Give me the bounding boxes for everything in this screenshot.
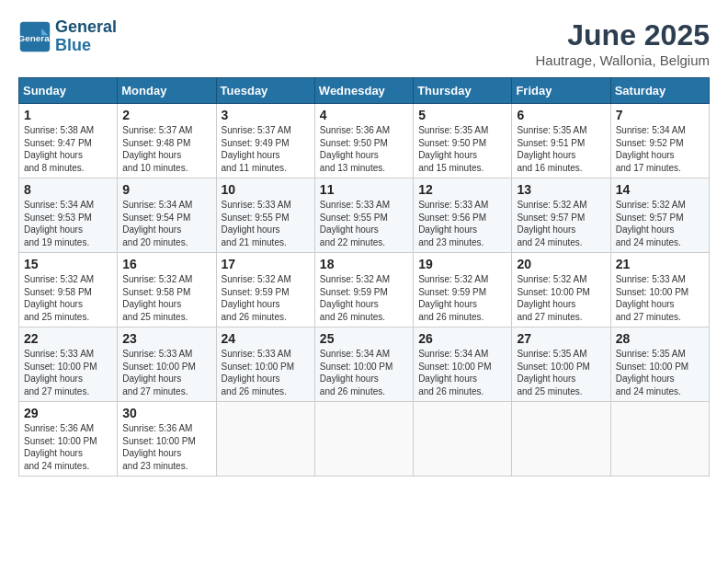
day-info: Sunrise: 5:32 AM Sunset: 9:59 PM Dayligh…	[320, 273, 408, 323]
empty-cell	[314, 402, 413, 477]
day-number: 10	[222, 182, 310, 197]
table-row: 10 Sunrise: 5:33 AM Sunset: 9:55 PM Dayl…	[216, 178, 314, 253]
table-row: 26 Sunrise: 5:34 AM Sunset: 10:00 PM Day…	[414, 327, 512, 402]
table-row: 13 Sunrise: 5:32 AM Sunset: 9:57 PM Dayl…	[512, 178, 610, 253]
day-info: Sunrise: 5:34 AM Sunset: 9:52 PM Dayligh…	[616, 124, 704, 174]
table-row: 1 Sunrise: 5:38 AM Sunset: 9:47 PM Dayli…	[19, 104, 118, 178]
day-info: Sunrise: 5:35 AM Sunset: 9:50 PM Dayligh…	[418, 124, 506, 174]
day-info: Sunrise: 5:35 AM Sunset: 9:51 PM Dayligh…	[517, 124, 605, 174]
col-thursday: Thursday	[414, 78, 512, 104]
day-number: 4	[320, 108, 408, 122]
day-info: Sunrise: 5:37 AM Sunset: 9:49 PM Dayligh…	[222, 124, 310, 174]
day-number: 29	[24, 406, 112, 420]
day-info: Sunrise: 5:36 AM Sunset: 10:00 PM Daylig…	[122, 422, 210, 472]
day-info: Sunrise: 5:33 AM Sunset: 9:56 PM Dayligh…	[418, 199, 506, 248]
day-info: Sunrise: 5:33 AM Sunset: 10:00 PM Daylig…	[616, 273, 704, 323]
day-info: Sunrise: 5:32 AM Sunset: 9:57 PM Dayligh…	[616, 199, 704, 248]
table-row: 22 Sunrise: 5:33 AM Sunset: 10:00 PM Day…	[19, 327, 118, 402]
empty-cell	[216, 402, 314, 477]
table-row: 9 Sunrise: 5:34 AM Sunset: 9:54 PM Dayli…	[118, 178, 216, 253]
day-number: 9	[122, 182, 210, 197]
table-row: 15 Sunrise: 5:32 AM Sunset: 9:58 PM Dayl…	[19, 253, 118, 327]
day-number: 30	[122, 406, 210, 420]
day-info: Sunrise: 5:32 AM Sunset: 9:59 PM Dayligh…	[222, 273, 310, 323]
day-number: 17	[222, 257, 310, 271]
empty-cell	[512, 402, 610, 477]
day-info: Sunrise: 5:32 AM Sunset: 9:58 PM Dayligh…	[24, 273, 112, 323]
day-number: 26	[418, 331, 506, 346]
table-row: 2 Sunrise: 5:37 AM Sunset: 9:48 PM Dayli…	[118, 104, 216, 178]
day-info: Sunrise: 5:33 AM Sunset: 9:55 PM Dayligh…	[320, 199, 408, 248]
col-wednesday: Wednesday	[314, 78, 413, 104]
calendar-week-3: 15 Sunrise: 5:32 AM Sunset: 9:58 PM Dayl…	[19, 253, 710, 327]
logo: General General Blue	[18, 18, 117, 55]
day-number: 23	[122, 331, 210, 346]
day-info: Sunrise: 5:34 AM Sunset: 9:54 PM Dayligh…	[122, 199, 210, 248]
day-info: Sunrise: 5:34 AM Sunset: 9:53 PM Dayligh…	[24, 199, 112, 248]
page-header: General General Blue June 2025 Hautrage,…	[18, 18, 710, 68]
table-row: 28 Sunrise: 5:35 AM Sunset: 10:00 PM Day…	[610, 327, 709, 402]
day-number: 24	[222, 331, 310, 346]
table-row: 3 Sunrise: 5:37 AM Sunset: 9:49 PM Dayli…	[216, 104, 314, 178]
day-number: 14	[616, 182, 704, 197]
day-info: Sunrise: 5:37 AM Sunset: 9:48 PM Dayligh…	[122, 124, 210, 174]
title-area: June 2025 Hautrage, Wallonia, Belgium	[535, 18, 710, 68]
day-info: Sunrise: 5:35 AM Sunset: 10:00 PM Daylig…	[616, 348, 704, 397]
table-row: 16 Sunrise: 5:32 AM Sunset: 9:58 PM Dayl…	[118, 253, 216, 327]
table-row: 12 Sunrise: 5:33 AM Sunset: 9:56 PM Dayl…	[414, 178, 512, 253]
day-number: 15	[24, 257, 112, 271]
day-info: Sunrise: 5:35 AM Sunset: 10:00 PM Daylig…	[517, 348, 605, 397]
logo-text2: Blue	[55, 37, 117, 55]
day-info: Sunrise: 5:34 AM Sunset: 10:00 PM Daylig…	[320, 348, 408, 397]
day-info: Sunrise: 5:32 AM Sunset: 10:00 PM Daylig…	[517, 273, 605, 323]
day-number: 19	[418, 257, 506, 271]
table-row: 7 Sunrise: 5:34 AM Sunset: 9:52 PM Dayli…	[610, 104, 709, 178]
day-number: 20	[517, 257, 605, 271]
table-row: 23 Sunrise: 5:33 AM Sunset: 10:00 PM Day…	[118, 327, 216, 402]
day-info: Sunrise: 5:33 AM Sunset: 10:00 PM Daylig…	[24, 348, 112, 397]
logo-icon: General	[18, 20, 51, 53]
day-number: 27	[517, 331, 605, 346]
day-info: Sunrise: 5:33 AM Sunset: 9:55 PM Dayligh…	[222, 199, 310, 248]
day-number: 22	[24, 331, 112, 346]
calendar-body: 1 Sunrise: 5:38 AM Sunset: 9:47 PM Dayli…	[19, 104, 710, 477]
day-info: Sunrise: 5:32 AM Sunset: 9:59 PM Dayligh…	[418, 273, 506, 323]
day-info: Sunrise: 5:33 AM Sunset: 10:00 PM Daylig…	[222, 348, 310, 397]
table-row: 29 Sunrise: 5:36 AM Sunset: 10:00 PM Day…	[19, 402, 118, 477]
day-number: 2	[122, 108, 210, 122]
table-row: 6 Sunrise: 5:35 AM Sunset: 9:51 PM Dayli…	[512, 104, 610, 178]
col-sunday: Sunday	[19, 78, 118, 104]
col-monday: Monday	[118, 78, 216, 104]
calendar-week-4: 22 Sunrise: 5:33 AM Sunset: 10:00 PM Day…	[19, 327, 710, 402]
day-info: Sunrise: 5:38 AM Sunset: 9:47 PM Dayligh…	[24, 124, 112, 174]
day-info: Sunrise: 5:34 AM Sunset: 10:00 PM Daylig…	[418, 348, 506, 397]
table-row: 27 Sunrise: 5:35 AM Sunset: 10:00 PM Day…	[512, 327, 610, 402]
calendar-week-5: 29 Sunrise: 5:36 AM Sunset: 10:00 PM Day…	[19, 402, 710, 477]
day-number: 6	[517, 108, 605, 122]
table-row: 8 Sunrise: 5:34 AM Sunset: 9:53 PM Dayli…	[19, 178, 118, 253]
table-row: 20 Sunrise: 5:32 AM Sunset: 10:00 PM Day…	[512, 253, 610, 327]
day-info: Sunrise: 5:36 AM Sunset: 9:50 PM Dayligh…	[320, 124, 408, 174]
day-number: 13	[517, 182, 605, 197]
day-info: Sunrise: 5:32 AM Sunset: 9:58 PM Dayligh…	[122, 273, 210, 323]
table-row: 18 Sunrise: 5:32 AM Sunset: 9:59 PM Dayl…	[314, 253, 413, 327]
table-row: 21 Sunrise: 5:33 AM Sunset: 10:00 PM Day…	[610, 253, 709, 327]
day-number: 16	[122, 257, 210, 271]
day-number: 28	[616, 331, 704, 346]
col-friday: Friday	[512, 78, 610, 104]
table-row: 24 Sunrise: 5:33 AM Sunset: 10:00 PM Day…	[216, 327, 314, 402]
empty-cell	[414, 402, 512, 477]
table-row: 5 Sunrise: 5:35 AM Sunset: 9:50 PM Dayli…	[414, 104, 512, 178]
day-number: 7	[616, 108, 704, 122]
day-number: 18	[320, 257, 408, 271]
empty-cell	[610, 402, 709, 477]
day-number: 1	[24, 108, 112, 122]
table-row: 19 Sunrise: 5:32 AM Sunset: 9:59 PM Dayl…	[414, 253, 512, 327]
day-number: 5	[418, 108, 506, 122]
day-number: 12	[418, 182, 506, 197]
month-year-title: June 2025	[535, 18, 710, 52]
calendar-table: Sunday Monday Tuesday Wednesday Thursday…	[18, 77, 710, 477]
table-row: 11 Sunrise: 5:33 AM Sunset: 9:55 PM Dayl…	[314, 178, 413, 253]
col-saturday: Saturday	[610, 78, 709, 104]
day-info: Sunrise: 5:32 AM Sunset: 9:57 PM Dayligh…	[517, 199, 605, 248]
